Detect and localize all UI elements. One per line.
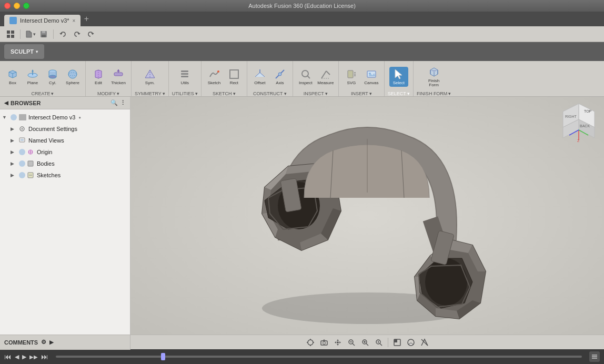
tree-item-named-views[interactable]: ▶ Named Views (0, 135, 130, 146)
tool-select[interactable]: Select (389, 67, 408, 87)
timeline-next-button[interactable]: ▶▶ (29, 354, 38, 360)
timeline-first-button[interactable]: ⏮ (4, 352, 12, 361)
timeline-marker[interactable] (161, 353, 165, 360)
insert-tools: SVG Canvas (342, 63, 381, 90)
close-button[interactable] (4, 3, 11, 9)
grid-display-icon[interactable] (420, 338, 429, 347)
tool-construct1[interactable]: Offset (250, 67, 269, 87)
tool-utilities[interactable]: Utils (175, 67, 194, 87)
tree-item-bodies[interactable]: ▶ Bodies (0, 158, 130, 169)
browser-collapse-icon[interactable]: ◀ (4, 100, 8, 106)
finish-label: Finish Form (426, 79, 442, 87)
zoom-fit-icon[interactable] (374, 338, 384, 347)
ribbon-group-finish: Finish Form FINISH FORM▾ (414, 61, 455, 96)
tool-edit-form[interactable]: Edit (89, 67, 108, 87)
tool-finish[interactable]: Finish Form (425, 67, 444, 87)
expand-sketches[interactable]: ▶ (11, 173, 17, 178)
utilities-label-group[interactable]: UTILITIES▾ (172, 91, 198, 96)
timeline-settings-icon[interactable] (589, 351, 600, 362)
insert1-icon (346, 68, 357, 80)
comments-settings-icon[interactable]: ⚙ (41, 339, 46, 346)
tool-inspect1[interactable]: Inspect (296, 67, 315, 87)
thicken-label: Thicken (111, 81, 126, 85)
svg-marker-19 (117, 69, 120, 72)
inspect2-icon (320, 68, 331, 80)
tab-intersect[interactable]: Intersect Demo v3* × (4, 15, 80, 26)
svg-marker-106 (323, 340, 325, 341)
undo-button[interactable] (57, 28, 69, 41)
eye-icon-origin[interactable] (19, 149, 25, 155)
tool-symmetry[interactable]: Sym. (140, 67, 159, 87)
file-menu-button[interactable]: ▾ (24, 28, 36, 41)
comments-collapse-icon[interactable]: ▶ (49, 339, 54, 345)
timeline-track[interactable] (56, 356, 582, 358)
tool-box[interactable]: Box (3, 67, 22, 87)
pan-icon[interactable] (333, 338, 343, 347)
display-settings-icon[interactable] (306, 338, 315, 347)
toolbar-sep-1 (20, 29, 21, 39)
grid-menu-button[interactable] (4, 28, 17, 41)
tree-item-doc-settings[interactable]: ▶ Document Settings (0, 123, 130, 135)
sketch1-icon (208, 68, 220, 80)
create-label[interactable]: CREATE▾ (32, 91, 54, 96)
select-label-group[interactable]: SELECT▾ (388, 91, 410, 96)
tool-cylinder[interactable]: Cyl. (43, 67, 62, 87)
redo-button[interactable] (71, 28, 83, 41)
ribbon-group-sketch: Sketch Rect SKETCH▾ (202, 61, 247, 96)
maximize-button[interactable] (23, 3, 29, 9)
timeline-prev-button[interactable]: ◀ (15, 353, 19, 360)
minimize-button[interactable] (14, 3, 20, 9)
tree-item-origin[interactable]: ▶ Origin (0, 146, 130, 158)
tool-sphere[interactable]: Sphere (63, 67, 82, 87)
visual-style-icon[interactable] (406, 338, 416, 347)
zoom-out-icon[interactable] (347, 338, 356, 347)
svg-line-31 (307, 76, 310, 78)
construct-label-group[interactable]: CONSTRUCT▾ (253, 91, 287, 96)
tool-plane[interactable]: Plane (23, 67, 42, 87)
expand-named-views[interactable]: ▶ (11, 138, 17, 143)
tree-item-root[interactable]: ▼ Intersect Demo v3 ● (0, 112, 130, 123)
timeline-play-button[interactable]: ▶ (22, 353, 26, 360)
tool-insert2[interactable]: Canvas (362, 67, 381, 87)
modify-label[interactable]: MODIFY▾ (97, 91, 119, 96)
save-button[interactable] (37, 28, 50, 41)
display-mode-icon[interactable] (392, 338, 402, 347)
tree-item-root-label: Intersect Demo v3 (28, 114, 75, 120)
svg-rect-0 (7, 31, 10, 34)
expand-origin[interactable]: ▶ (11, 149, 17, 155)
sketch-label-group[interactable]: SKETCH▾ (213, 91, 236, 96)
svg-rect-17 (114, 73, 123, 76)
viewport[interactable]: TOP RIGHT BACK Z (130, 97, 604, 335)
timeline-last-button[interactable]: ⏭ (41, 352, 48, 361)
tool-insert1[interactable]: SVG (342, 67, 361, 87)
tool-inspect2[interactable]: Measure (316, 67, 335, 87)
plane-label: Plane (27, 81, 38, 85)
tool-construct2[interactable]: Axis (270, 67, 289, 87)
eye-icon-bodies[interactable] (19, 160, 25, 167)
tool-sketch1[interactable]: Sketch (205, 67, 224, 87)
insert-label-group[interactable]: INSERT▾ (351, 91, 372, 96)
ribbon-group-inspect: Inspect Measure INSPECT▾ (293, 61, 339, 96)
tool-thicken[interactable]: Thicken (109, 67, 128, 87)
sculpt-mode-button[interactable]: SCULPT ▾ (4, 44, 44, 59)
zoom-in-icon[interactable] (360, 338, 370, 347)
eye-icon-root[interactable] (11, 114, 17, 120)
browser-menu-icon[interactable]: ⋮ (120, 99, 126, 106)
create-tools: Box Plane Cyl. Sphere (3, 63, 82, 90)
expand-doc-settings[interactable]: ▶ (11, 126, 17, 132)
redo-arrow-button[interactable] (84, 28, 97, 41)
camera-icon[interactable] (319, 338, 329, 347)
expand-root[interactable]: ▼ (2, 115, 8, 120)
tab-close-button[interactable]: × (73, 18, 76, 24)
symmetry-label-group[interactable]: SYMMETRY▾ (135, 91, 165, 96)
eye-icon-sketches[interactable] (19, 172, 25, 178)
construct1-label: Offset (254, 81, 265, 85)
tool-sketch2[interactable]: Rect (225, 67, 244, 87)
tab-add-button[interactable]: + (80, 13, 92, 25)
expand-bodies[interactable]: ▶ (11, 161, 17, 166)
finish-label-group[interactable]: FINISH FORM▾ (417, 91, 451, 96)
tree-item-sketches[interactable]: ▶ Sketches (0, 169, 130, 181)
viewcube[interactable]: TOP RIGHT BACK Z (558, 101, 600, 143)
browser-search-icon[interactable]: 🔍 (110, 99, 118, 106)
inspect-label-group[interactable]: INSPECT▾ (304, 91, 328, 96)
